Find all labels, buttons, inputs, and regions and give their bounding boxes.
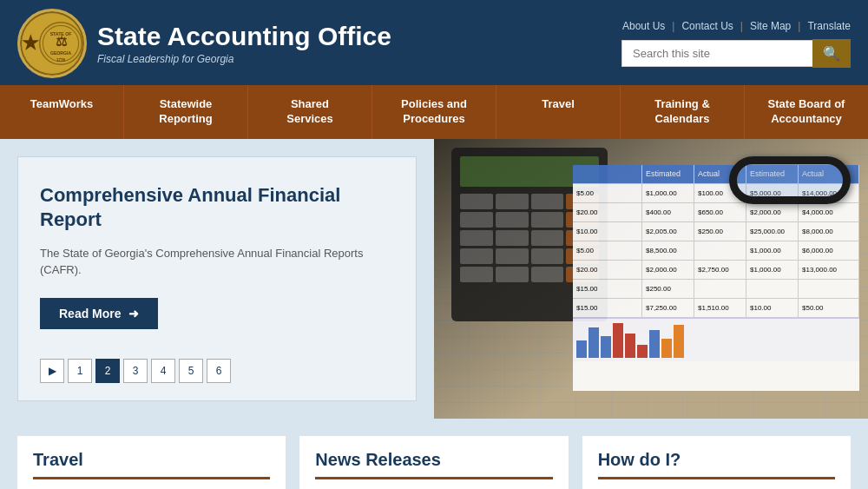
slide-page-2[interactable]: 2: [95, 359, 120, 383]
svg-text:1776: 1776: [56, 58, 65, 63]
travel-card-title: Travel: [33, 450, 270, 479]
main-nav: TeamWorks StatewideReporting SharedServi…: [0, 85, 868, 139]
site-title-block: State Accounting Office Fiscal Leadershi…: [97, 22, 391, 65]
state-seal-logo: STATE OF GEORGIA ⚖ 1776: [17, 9, 87, 78]
how-do-i-card: How do I?: [582, 436, 851, 489]
search-input[interactable]: [621, 40, 812, 67]
header-left: STATE OF GEORGIA ⚖ 1776 State Accounting…: [17, 9, 391, 78]
header-right: About Us | Contact Us | Site Map | Trans…: [621, 20, 851, 68]
read-more-button[interactable]: Read More ➜: [40, 298, 158, 329]
nav-policies-procedures[interactable]: Policies andProcedures: [372, 85, 496, 139]
search-bar: 🔍: [621, 39, 851, 68]
svg-text:GEORGIA: GEORGIA: [50, 50, 72, 56]
nav-shared-services[interactable]: SharedServices: [248, 85, 372, 139]
main-content: Comprehensive Annual Financial Report Th…: [0, 139, 868, 419]
slide-page-3[interactable]: 3: [123, 359, 148, 383]
arrow-icon: ➜: [128, 307, 139, 320]
search-button[interactable]: 🔍: [812, 39, 851, 68]
nav-statewide-reporting[interactable]: StatewideReporting: [124, 85, 248, 139]
top-nav-links: About Us | Contact Us | Site Map | Trans…: [622, 20, 851, 32]
about-us-link[interactable]: About Us: [622, 20, 665, 32]
nav-state-board[interactable]: State Board ofAccountancy: [745, 85, 868, 139]
travel-card: Travel: [17, 436, 286, 489]
glasses-graphic: [712, 148, 851, 217]
svg-text:⚖: ⚖: [56, 35, 68, 49]
how-do-i-title: How do I?: [598, 450, 835, 479]
bottom-sections: Travel News Releases How do I?: [0, 419, 868, 489]
slide-pagination: ▶ 1 2 3 4 5 6: [40, 359, 394, 383]
slide-play-button[interactable]: ▶: [40, 359, 64, 383]
site-map-link[interactable]: Site Map: [750, 20, 791, 32]
site-tagline: Fiscal Leadership for Georgia: [97, 53, 391, 65]
nav-teamworks[interactable]: TeamWorks: [0, 85, 124, 139]
embedded-chart: [573, 318, 859, 361]
contact-us-link[interactable]: Contact Us: [681, 20, 733, 32]
site-header: STATE OF GEORGIA ⚖ 1776 State Accounting…: [0, 0, 868, 85]
hero-image: Estimated Actual Estimated Actual $5.00 …: [434, 139, 868, 419]
slide-page-4[interactable]: 4: [151, 359, 175, 383]
slideshow-section: Comprehensive Annual Financial Report Th…: [0, 139, 434, 419]
news-releases-title: News Releases: [315, 450, 552, 479]
slide-page-1[interactable]: 1: [68, 359, 92, 383]
slide-page-6[interactable]: 6: [207, 359, 231, 383]
nav-travel[interactable]: Travel: [496, 85, 621, 139]
nav-training-calendars[interactable]: Training &Calendars: [621, 85, 745, 139]
news-releases-card: News Releases: [299, 436, 568, 489]
slide-card: Comprehensive Annual Financial Report Th…: [17, 156, 417, 401]
site-title: State Accounting Office: [97, 22, 391, 51]
translate-link[interactable]: Translate: [807, 20, 851, 32]
slide-description: The State of Georgia's Comprehensive Ann…: [40, 245, 394, 279]
slide-title: Comprehensive Annual Financial Report: [40, 183, 394, 233]
slide-page-5[interactable]: 5: [179, 359, 203, 383]
